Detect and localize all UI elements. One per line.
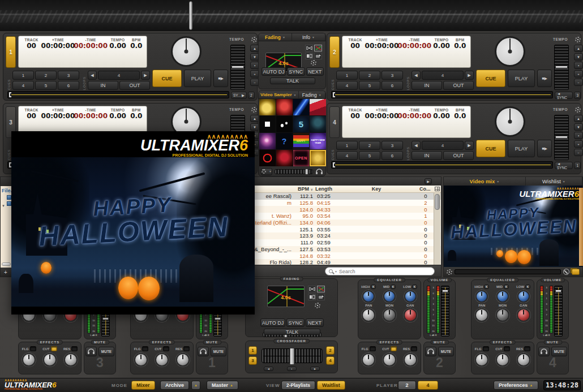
loop-decrease-button[interactable]: ◄	[411, 71, 421, 80]
crossfader-track[interactable]	[262, 348, 323, 363]
tempo-fader[interactable]	[230, 45, 245, 90]
mode-archive-button[interactable]: Archive	[160, 381, 189, 390]
master-button[interactable]: Master▲	[207, 381, 238, 390]
cue-button-3[interactable]: 3	[381, 71, 403, 80]
mode-mixer-button[interactable]: Mixer	[131, 381, 155, 390]
flanger-toggle[interactable]	[483, 346, 489, 351]
deck-number-tab[interactable]: 1	[6, 36, 16, 68]
tempo-fader-handle[interactable]	[232, 66, 244, 68]
fade-mode-bars-icon[interactable]	[305, 53, 313, 59]
sync-button[interactable]: SYNC	[287, 67, 305, 76]
cue-button-4[interactable]: 4	[336, 151, 358, 160]
pitch-reset-button[interactable]: ▪	[574, 132, 583, 139]
sampler-settings-button[interactable]: ▼	[261, 168, 272, 175]
loop-out-button[interactable]: OUT	[119, 81, 150, 90]
column-config-icon[interactable]	[435, 187, 440, 191]
crossfade-right-button[interactable]: ►	[310, 367, 320, 371]
cue-button-1[interactable]: 1	[336, 71, 358, 80]
cue-button-5[interactable]: 5	[35, 81, 57, 90]
volume-fader[interactable]	[441, 286, 449, 337]
play-button[interactable]: PLAY	[508, 140, 535, 157]
disable-video-icon[interactable]	[563, 269, 569, 275]
jog-wheel[interactable]	[495, 106, 525, 137]
video-settings-gear-icon[interactable]	[447, 269, 452, 275]
next-button[interactable]: NEXT	[306, 318, 324, 327]
video-output-icon[interactable]	[572, 269, 580, 275]
video-progress-bar[interactable]	[455, 269, 561, 274]
mid-kill-button[interactable]: K	[391, 285, 396, 289]
video-sample-cell[interactable]: 5	[293, 116, 310, 132]
video-sample-cell[interactable]	[276, 150, 293, 166]
cue-button-3[interactable]: 3	[381, 141, 403, 150]
search-input[interactable]	[339, 269, 431, 274]
tempo-settings-gear-icon[interactable]	[251, 37, 257, 42]
video-sample-cell[interactable]: HAPPY	[293, 133, 310, 149]
video-sample-cell[interactable]	[259, 99, 276, 115]
fade-mode-bars-icon[interactable]	[308, 294, 316, 300]
tempo-settings-gear-icon[interactable]	[251, 107, 257, 113]
video-sample-cell[interactable]	[310, 99, 326, 115]
player-2-button[interactable]: 2	[398, 381, 416, 390]
tree-expand-icon[interactable]: ▼	[2, 204, 5, 208]
sync-target-button[interactable]: 3	[574, 92, 581, 99]
fade-mode-manual-icon[interactable]	[317, 294, 325, 300]
crossfader-assign-4[interactable]: 4	[326, 356, 335, 365]
volume-fader[interactable]	[554, 286, 563, 337]
add-button[interactable]: +	[4, 269, 7, 275]
waveform-bar[interactable]	[7, 91, 229, 98]
horizontal-scrollbar[interactable]	[2, 262, 11, 266]
res-knob[interactable]	[64, 353, 78, 367]
cue-button[interactable]: CUE	[476, 70, 505, 87]
talk-button[interactable]: TALK	[270, 77, 315, 84]
length-column-header[interactable]: Length	[313, 186, 335, 192]
pitch-up-button[interactable]: ▲	[574, 115, 583, 122]
sync-target-button[interactable]: 1	[574, 162, 581, 169]
res-knob[interactable]	[404, 353, 417, 367]
tempo-minus-button[interactable]: −	[574, 149, 583, 156]
crossfader-assign-1[interactable]: 1	[248, 346, 257, 355]
pitch-down-button[interactable]: ▼	[574, 53, 583, 61]
cue-button-5[interactable]: 5	[359, 81, 380, 90]
next-button[interactable]: NEXT	[306, 67, 324, 76]
sync-button[interactable]: SY... ▶	[231, 92, 247, 99]
headphone-cue-button[interactable]	[85, 347, 97, 356]
gan-knob[interactable]	[404, 308, 417, 322]
sync-button[interactable]: SYNC	[286, 318, 305, 327]
tab-video-mix[interactable]: Video mix▼	[444, 177, 526, 186]
flanger-toggle[interactable]	[370, 346, 376, 351]
crossfader-assign-3[interactable]: 3	[248, 356, 257, 365]
tempo-fader[interactable]	[554, 115, 569, 160]
key-column-header[interactable]: Key	[335, 186, 418, 192]
cut-knob[interactable]	[155, 353, 169, 367]
deck-number-tab[interactable]: 2	[329, 36, 340, 68]
pitch-reset-button[interactable]: ▪	[574, 62, 583, 69]
flanger-knob[interactable]	[362, 353, 375, 367]
cue-button-6[interactable]: 6	[58, 81, 79, 90]
deck-number-tab[interactable]: 4	[329, 106, 340, 138]
video-sample-cell[interactable]	[259, 133, 276, 149]
scrollbar-thumb[interactable]	[435, 194, 440, 210]
top-crossfader-handle[interactable]	[189, 1, 192, 30]
cut-toggle[interactable]	[51, 346, 57, 351]
video-sample-cell[interactable]: HAPPY NEW YEAR	[310, 133, 326, 149]
stop-play-icon-button[interactable]: ■▶	[213, 70, 228, 87]
high-kill-button[interactable]: K	[371, 285, 376, 289]
pan-knob[interactable]	[475, 308, 488, 322]
cue-button-4[interactable]: 4	[336, 81, 358, 90]
video-sample-cell[interactable]: OPEN	[293, 150, 310, 166]
tab-video-sampler[interactable]: Video Sampler▼	[259, 91, 299, 98]
cut-knob[interactable]	[43, 353, 57, 367]
headphone-cue-button[interactable]	[425, 347, 436, 356]
play-button[interactable]: PLAY	[184, 70, 211, 87]
sampler-volume-handle[interactable]	[305, 169, 308, 175]
view-2-playlists-button[interactable]: 2-Playlists	[281, 381, 315, 390]
fade-mode-manual-icon[interactable]	[314, 53, 322, 59]
headphone-icon[interactable]	[315, 169, 323, 175]
sync-target-button[interactable]: 2	[248, 92, 255, 99]
mode-collapse-button[interactable]: ▲	[191, 381, 200, 390]
res-knob[interactable]	[517, 353, 530, 367]
cut-toggle[interactable]	[391, 346, 397, 351]
jog-wheel[interactable]	[495, 36, 525, 67]
sync-button[interactable]: ◄ SYNC	[555, 92, 573, 99]
auto-dj-button[interactable]: AUTO DJ	[260, 318, 285, 327]
